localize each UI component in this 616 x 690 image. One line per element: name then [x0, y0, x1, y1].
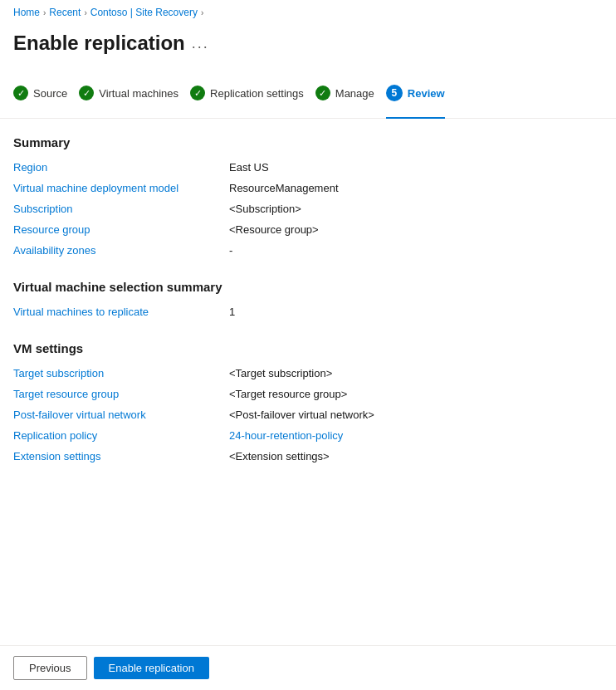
step-label-replication-settings: Replication settings [210, 87, 304, 100]
breadcrumb-recent[interactable]: Recent [49, 7, 81, 18]
vm-settings-label-replication-policy: Replication policy [13, 429, 229, 442]
step-check-replication-settings: ✓ [190, 86, 205, 100]
step-review[interactable]: 5 Review [386, 78, 457, 108]
summary-label-resource-group: Resource group [13, 223, 229, 236]
summary-value-resource-group: <Resource group> [229, 223, 603, 236]
vm-settings-label-target-rg: Target resource group [13, 388, 229, 400]
step-replication-settings[interactable]: ✓ Replication settings [190, 79, 315, 107]
step-virtual-machines[interactable]: ✓ Virtual machines [79, 79, 190, 107]
previous-button[interactable]: Previous [13, 656, 87, 680]
vm-selection-section: Virtual machine selection summary Virtua… [13, 280, 603, 318]
vm-selection-table: Virtual machines to replicate 1 [13, 306, 603, 318]
summary-value-region: East US [229, 161, 603, 174]
summary-label-subscription: Subscription [13, 203, 229, 215]
step-source[interactable]: ✓ Source [13, 79, 79, 107]
breadcrumb-sep-1: › [43, 8, 46, 17]
enable-replication-button[interactable]: Enable replication [94, 657, 209, 679]
vm-settings-table: Target subscription <Target subscription… [13, 367, 603, 462]
step-label-virtual-machines: Virtual machines [99, 87, 178, 100]
summary-section: Summary Region East US Virtual machine d… [13, 135, 603, 257]
summary-value-vm-deployment: ResourceManagement [229, 182, 603, 194]
summary-label-vm-deployment: Virtual machine deployment model [13, 182, 229, 194]
vm-selection-label-vms: Virtual machines to replicate [13, 306, 229, 318]
step-check-manage: ✓ [315, 86, 330, 100]
step-check-virtual-machines: ✓ [79, 86, 94, 100]
step-label-manage: Manage [335, 87, 374, 100]
breadcrumb: Home › Recent › Contoso | Site Recovery … [0, 0, 616, 25]
breadcrumb-sep-2: › [84, 8, 86, 17]
summary-label-availability-zones: Availability zones [13, 244, 229, 257]
vm-settings-title: VM settings [13, 341, 603, 355]
page-title: Enable replication [13, 32, 185, 55]
summary-value-subscription: <Subscription> [229, 203, 603, 215]
vm-settings-value-replication-policy[interactable]: 24-hour-retention-policy [229, 429, 603, 442]
main-content: Summary Region East US Virtual machine d… [0, 135, 616, 499]
summary-value-availability-zones: - [229, 244, 603, 257]
step-label-source: Source [33, 87, 67, 100]
breadcrumb-contoso[interactable]: Contoso | Site Recovery [90, 7, 198, 18]
step-check-source: ✓ [13, 86, 28, 100]
summary-table: Region East US Virtual machine deploymen… [13, 161, 603, 257]
vm-settings-value-target-rg: <Target resource group> [229, 388, 603, 400]
step-label-review: Review [408, 87, 445, 100]
vm-settings-label-failover-vnet: Post-failover virtual network [13, 409, 229, 421]
breadcrumb-home[interactable]: Home [13, 7, 40, 18]
vm-settings-label-extension-settings: Extension settings [13, 450, 229, 462]
vm-selection-value-vms: 1 [229, 306, 603, 318]
bottom-action-bar: Previous Enable replication [0, 645, 616, 690]
page-title-row: Enable replication ... [0, 25, 616, 68]
step-manage[interactable]: ✓ Manage [315, 79, 386, 107]
steps-bar: ✓ Source ✓ Virtual machines ✓ Replicatio… [0, 68, 616, 119]
vm-settings-value-failover-vnet: <Post-failover virtual network> [229, 409, 603, 421]
summary-title: Summary [13, 135, 603, 149]
breadcrumb-sep-3: › [201, 8, 203, 17]
step-num-review: 5 [386, 85, 403, 101]
vm-settings-value-target-sub: <Target subscription> [229, 367, 603, 379]
vm-settings-label-target-sub: Target subscription [13, 367, 229, 379]
summary-label-region: Region [13, 161, 229, 174]
page-options-dots[interactable]: ... [192, 35, 209, 52]
vm-settings-section: VM settings Target subscription <Target … [13, 341, 603, 462]
vm-selection-title: Virtual machine selection summary [13, 280, 603, 294]
vm-settings-value-extension-settings: <Extension settings> [229, 450, 603, 462]
